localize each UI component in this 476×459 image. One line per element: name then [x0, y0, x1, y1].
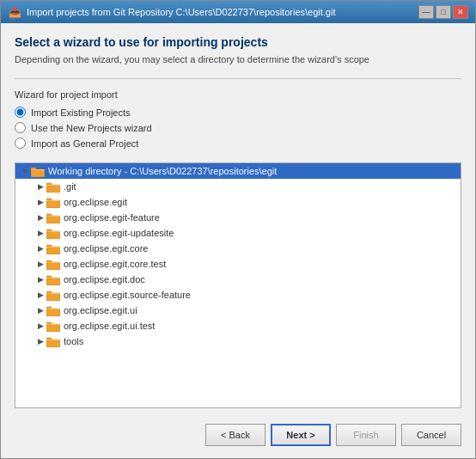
radio-existing[interactable] — [15, 107, 26, 118]
svg-rect-23 — [46, 247, 60, 248]
svg-rect-28 — [46, 278, 60, 285]
expand-icon: ▶ — [34, 227, 46, 239]
svg-rect-12 — [46, 216, 60, 223]
svg-rect-0 — [31, 169, 45, 177]
tree-item[interactable]: ▶ org.eclipse.egit.ui — [15, 303, 461, 318]
svg-rect-44 — [46, 340, 60, 347]
tree-item-label: tools — [64, 336, 83, 346]
svg-rect-15 — [46, 216, 60, 217]
tree-item-label: org.eclipse.egit.ui.test — [64, 321, 155, 331]
divider — [15, 78, 461, 79]
expand-icon: ▶ — [34, 211, 46, 223]
radio-general-label: Import as General Project — [31, 138, 138, 149]
svg-rect-16 — [46, 231, 60, 239]
title-bar: 📥 Import projects from Git Repository C:… — [1, 1, 475, 23]
radio-item-existing[interactable]: Import Existing Projects — [15, 107, 461, 118]
tree-scroll[interactable]: ▼ Working directory - C:\Users\D022737\r… — [15, 163, 461, 407]
folder-icon — [46, 258, 60, 270]
tree-item-label: org.eclipse.egit.core.test — [64, 259, 166, 269]
expand-icon: ▶ — [34, 258, 46, 270]
tree-item[interactable]: ▶ org.eclipse.egit.core.test — [15, 256, 461, 272]
expand-icon: ▶ — [34, 242, 46, 254]
expand-icon-root: ▼ — [19, 165, 31, 177]
expand-icon: ▶ — [34, 335, 46, 347]
radio-new[interactable] — [15, 122, 26, 133]
tree-item-label: .git — [64, 181, 76, 192]
svg-rect-20 — [46, 247, 60, 254]
next-button[interactable]: Next > — [271, 424, 331, 446]
tree-item[interactable]: ▶ org.eclipse.egit — [15, 194, 461, 210]
back-button[interactable]: < Back — [205, 424, 265, 446]
folder-icon — [46, 335, 60, 347]
tree-root-item[interactable]: ▼ Working directory - C:\Users\D022737\r… — [15, 163, 461, 179]
minimize-button[interactable]: — — [418, 5, 434, 19]
main-content: Select a wizard to use for importing pro… — [1, 23, 475, 458]
folder-icon — [46, 273, 60, 285]
expand-icon: ▶ — [34, 273, 46, 285]
svg-rect-4 — [46, 185, 60, 193]
svg-rect-40 — [46, 324, 60, 332]
tree-item-label: org.eclipse.egit.doc — [64, 274, 145, 285]
folder-icon — [46, 227, 60, 239]
svg-rect-39 — [46, 309, 60, 309]
finish-button[interactable]: Finish — [336, 424, 396, 446]
radio-item-new[interactable]: Use the New Projects wizard — [15, 122, 461, 133]
tree-item-label: org.eclipse.egit-updatesite — [64, 228, 174, 238]
svg-rect-19 — [46, 231, 60, 232]
svg-rect-24 — [46, 262, 60, 270]
tree-item[interactable]: ▶ org.eclipse.egit.ui.test — [15, 318, 461, 334]
tree-item-label: org.eclipse.egit.source-feature — [64, 290, 191, 300]
tree-item-label: org.eclipse.egit — [64, 197, 127, 207]
expand-icon: ▶ — [34, 181, 46, 193]
tree-root-label: Working directory - C:\Users\D022737\rep… — [48, 166, 277, 176]
folder-icon — [46, 304, 60, 316]
tree-item[interactable]: ▶ org.eclipse.egit-updatesite — [15, 225, 461, 241]
title-buttons: — □ ✕ — [418, 5, 468, 19]
tree-item[interactable]: ▶ org.eclipse.egit.source-feature — [15, 287, 461, 303]
radio-group: Import Existing Projects Use the New Pro… — [15, 107, 461, 149]
radio-existing-label: Import Existing Projects — [31, 107, 131, 118]
svg-rect-35 — [46, 293, 60, 294]
svg-rect-31 — [46, 278, 60, 278]
window-title: Import projects from Git Repository C:\U… — [27, 7, 335, 17]
svg-rect-8 — [46, 200, 60, 208]
folder-icon — [46, 242, 60, 254]
svg-rect-27 — [46, 262, 60, 263]
tree-item-label: org.eclipse.egit-feature — [64, 212, 160, 223]
folder-icon-root — [31, 165, 45, 177]
tree-item-label: org.eclipse.egit.ui — [64, 305, 137, 315]
svg-rect-11 — [46, 200, 60, 201]
tree-item[interactable]: ▶ org.eclipse.egit-feature — [15, 210, 461, 225]
folder-icon — [46, 211, 60, 223]
tree-children: ▶ .git ▶ org.eclip — [15, 179, 461, 349]
folder-icon — [46, 289, 60, 301]
svg-rect-36 — [46, 309, 60, 316]
tree-item[interactable]: ▶ org.eclipse.egit.core — [15, 241, 461, 256]
close-button[interactable]: ✕ — [453, 5, 468, 19]
svg-rect-32 — [46, 293, 60, 301]
tree-item[interactable]: ▶ .git — [15, 179, 461, 194]
expand-icon: ▶ — [34, 289, 46, 301]
expand-icon: ▶ — [34, 196, 46, 208]
folder-icon — [46, 320, 60, 332]
tree-item-label: org.eclipse.egit.core — [64, 243, 148, 254]
title-bar-left: 📥 Import projects from Git Repository C:… — [8, 5, 335, 19]
page-title: Select a wizard to use for importing pro… — [15, 35, 461, 49]
radio-general[interactable] — [15, 138, 26, 149]
tree-item[interactable]: ▶ org.eclipse.egit.doc — [15, 272, 461, 287]
expand-icon: ▶ — [34, 320, 46, 332]
tree-item[interactable]: ▶ tools — [15, 334, 461, 349]
window-icon: 📥 — [8, 5, 21, 19]
svg-rect-7 — [46, 185, 60, 186]
expand-icon: ▶ — [34, 304, 46, 316]
tree-container: ▼ Working directory - C:\Users\D022737\r… — [15, 162, 461, 408]
cancel-button[interactable]: Cancel — [401, 424, 461, 446]
maximize-button[interactable]: □ — [436, 5, 451, 19]
radio-item-general[interactable]: Import as General Project — [15, 138, 461, 149]
svg-rect-3 — [31, 169, 45, 170]
window: 📥 Import projects from Git Repository C:… — [0, 0, 476, 459]
svg-rect-47 — [46, 340, 60, 340]
button-bar: < Back Next > Finish Cancel — [15, 419, 461, 450]
folder-icon — [46, 181, 60, 193]
radio-new-label: Use the New Projects wizard — [31, 123, 152, 133]
